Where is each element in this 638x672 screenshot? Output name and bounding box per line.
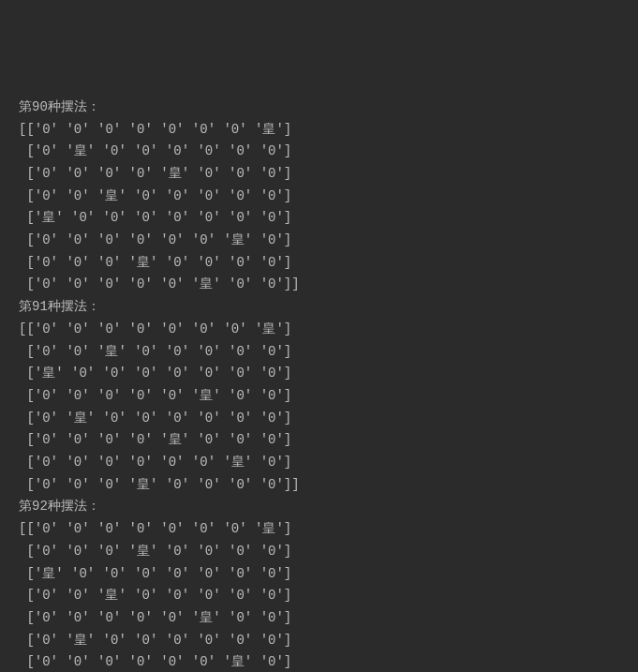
output-line: 第90种摆法： (19, 97, 619, 119)
output-line: 第91种摆法： (19, 296, 619, 319)
output-line: [['0' '0' '0' '0' '0' '0' '0' '皇'] (19, 518, 619, 541)
output-line: ['0' '0' '0' '皇' '0' '0' '0' '0'] (19, 541, 619, 563)
output-line: ['0' '0' '0' '0' '0' '0' '皇' '0'] (19, 230, 619, 252)
output-line: ['0' '0' '0' '0' '0' '皇' '0' '0'] (19, 385, 619, 408)
output-line: ['0' '0' '0' '皇' '0' '0' '0' '0'] (19, 252, 619, 275)
output-line: ['0' '皇' '0' '0' '0' '0' '0' '0'] (19, 141, 619, 163)
console-output: 第90种摆法：[['0' '0' '0' '0' '0' '0' '0' '皇'… (19, 97, 619, 672)
output-line: ['0' '0' '0' '0' '0' '0' '皇' '0'] (19, 651, 619, 672)
output-line: ['皇' '0' '0' '0' '0' '0' '0' '0'] (19, 563, 619, 586)
output-line: [['0' '0' '0' '0' '0' '0' '0' '皇'] (19, 319, 619, 341)
output-line: ['皇' '0' '0' '0' '0' '0' '0' '0'] (19, 207, 619, 230)
output-line: ['0' '0' '皇' '0' '0' '0' '0' '0'] (19, 585, 619, 607)
output-line: ['0' '0' '0' '0' '0' '0' '皇' '0'] (19, 452, 619, 474)
output-line: ['0' '皇' '0' '0' '0' '0' '0' '0'] (19, 630, 619, 652)
output-line: ['0' '0' '0' '0' '皇' '0' '0' '0'] (19, 429, 619, 452)
output-line: ['0' '0' '0' '皇' '0' '0' '0' '0']] (19, 474, 619, 497)
output-line: ['0' '0' '皇' '0' '0' '0' '0' '0'] (19, 341, 619, 364)
output-line: 第92种摆法： (19, 496, 619, 518)
output-line: ['皇' '0' '0' '0' '0' '0' '0' '0'] (19, 363, 619, 385)
output-line: ['0' '0' '皇' '0' '0' '0' '0' '0'] (19, 186, 619, 208)
output-line: ['0' '0' '0' '0' '皇' '0' '0' '0'] (19, 163, 619, 186)
output-line: [['0' '0' '0' '0' '0' '0' '0' '皇'] (19, 119, 619, 142)
output-line: ['0' '0' '0' '0' '0' '皇' '0' '0']] (19, 274, 619, 296)
output-line: ['0' '皇' '0' '0' '0' '0' '0' '0'] (19, 408, 619, 430)
output-line: ['0' '0' '0' '0' '0' '皇' '0' '0'] (19, 607, 619, 630)
